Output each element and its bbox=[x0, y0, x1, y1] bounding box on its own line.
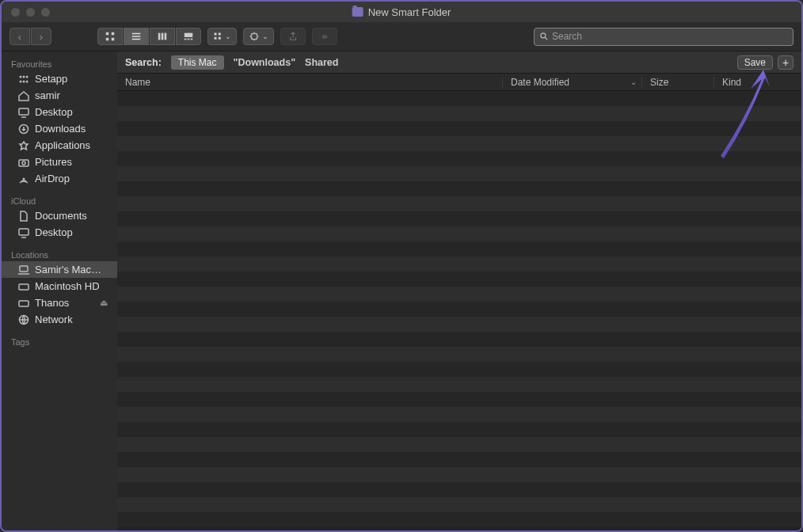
table-row bbox=[117, 377, 801, 392]
content-area: Search: This Mac "Downloads" Shared Save… bbox=[117, 51, 801, 530]
back-button[interactable]: ‹ bbox=[10, 28, 30, 45]
scope-downloads[interactable]: "Downloads" bbox=[234, 57, 296, 68]
share-button[interactable] bbox=[280, 28, 306, 45]
sidebar-item-label: samir bbox=[35, 89, 60, 101]
table-row bbox=[117, 151, 801, 166]
sidebar-item-label: Thanos bbox=[35, 297, 69, 309]
table-row bbox=[117, 437, 801, 452]
close-window-button[interactable] bbox=[11, 8, 20, 17]
search-field[interactable] bbox=[534, 28, 793, 46]
column-kind[interactable]: Kind bbox=[714, 77, 801, 88]
svg-rect-10 bbox=[185, 33, 193, 37]
table-row bbox=[117, 362, 801, 377]
sidebar-item-this-mac[interactable]: Samir's Mac… bbox=[2, 261, 117, 278]
chevron-down-icon: ⌄ bbox=[262, 32, 268, 40]
list-view-button[interactable] bbox=[124, 28, 149, 45]
svg-point-27 bbox=[26, 80, 29, 82]
column-date-label: Date Modified bbox=[511, 77, 569, 88]
svg-rect-15 bbox=[219, 33, 221, 36]
sidebar-item-icloud-desktop[interactable]: Desktop bbox=[2, 224, 117, 241]
svg-rect-16 bbox=[215, 37, 217, 40]
gallery-view-button[interactable] bbox=[176, 28, 201, 45]
zoom-window-button[interactable] bbox=[41, 8, 50, 17]
sidebar-section-favourites: Favourites bbox=[2, 56, 117, 70]
table-row bbox=[117, 136, 801, 151]
table-row bbox=[117, 332, 801, 347]
svg-rect-28 bbox=[19, 108, 29, 115]
scope-this-mac[interactable]: This Mac bbox=[171, 55, 224, 70]
sidebar-item-documents[interactable]: Documents bbox=[2, 207, 117, 224]
table-row bbox=[117, 121, 801, 136]
sidebar-item-label: AirDrop bbox=[35, 173, 70, 184]
svg-line-21 bbox=[546, 38, 548, 40]
apps-icon bbox=[17, 140, 30, 151]
search-icon bbox=[539, 32, 549, 41]
disk-icon bbox=[17, 281, 30, 292]
svg-rect-1 bbox=[112, 32, 115, 36]
sidebar-section-locations: Locations bbox=[2, 247, 117, 261]
sidebar-item-airdrop[interactable]: AirDrop bbox=[2, 170, 117, 187]
camera-icon bbox=[17, 157, 30, 168]
table-row bbox=[117, 211, 801, 226]
sidebar-item-applications[interactable]: Applications bbox=[2, 137, 117, 154]
arrange-button[interactable]: ⌄ bbox=[207, 28, 237, 45]
scope-shared[interactable]: Shared bbox=[305, 57, 338, 68]
forward-button[interactable]: › bbox=[31, 28, 51, 45]
table-row bbox=[117, 181, 801, 196]
icon-view-button[interactable] bbox=[97, 28, 123, 45]
tag-button[interactable] bbox=[312, 28, 337, 45]
column-size[interactable]: Size bbox=[642, 77, 714, 88]
svg-rect-34 bbox=[19, 229, 29, 235]
svg-rect-11 bbox=[185, 39, 187, 40]
eject-icon[interactable]: ⏏ bbox=[100, 298, 108, 308]
add-criteria-button[interactable]: + bbox=[778, 55, 793, 70]
sidebar-section-tags: Tags bbox=[2, 334, 117, 348]
svg-rect-3 bbox=[112, 38, 115, 41]
action-button[interactable]: ⌄ bbox=[243, 28, 274, 45]
table-row bbox=[117, 497, 801, 512]
minimize-window-button[interactable] bbox=[26, 8, 35, 17]
svg-rect-39 bbox=[19, 301, 29, 306]
sidebar-item-home[interactable]: samir bbox=[2, 87, 117, 104]
sidebar-item-pictures[interactable]: Pictures bbox=[2, 154, 117, 170]
sidebar-item-desktop[interactable]: Desktop bbox=[2, 104, 117, 120]
table-row bbox=[117, 256, 801, 272]
sidebar-item-downloads[interactable]: Downloads bbox=[2, 120, 117, 137]
save-button[interactable]: Save bbox=[737, 55, 773, 70]
svg-rect-17 bbox=[219, 37, 221, 40]
svg-rect-31 bbox=[19, 160, 29, 166]
table-row bbox=[117, 467, 801, 482]
sidebar-item-setapp[interactable]: Setapp bbox=[2, 70, 117, 87]
laptop-icon bbox=[17, 264, 30, 276]
window-title: New Smart Folder bbox=[352, 6, 451, 18]
column-view-button[interactable] bbox=[150, 28, 175, 45]
sidebar-item-label: Pictures bbox=[35, 156, 72, 168]
window-title-text: New Smart Folder bbox=[368, 6, 451, 18]
table-row bbox=[117, 241, 801, 256]
column-date-modified[interactable]: Date Modified ⌄ bbox=[503, 77, 641, 88]
search-scope-bar: Search: This Mac "Downloads" Shared Save… bbox=[117, 51, 801, 74]
download-icon bbox=[17, 124, 30, 135]
sidebar-section-icloud: iCloud bbox=[2, 193, 117, 207]
file-list[interactable] bbox=[117, 91, 801, 530]
svg-point-23 bbox=[23, 75, 25, 78]
table-row bbox=[117, 392, 801, 407]
sidebar-item-thanos[interactable]: Thanos ⏏ bbox=[2, 294, 117, 311]
column-name[interactable]: Name bbox=[117, 77, 502, 88]
sidebar-item-macintosh-hd[interactable]: Macintosh HD bbox=[2, 278, 117, 294]
table-row bbox=[117, 302, 801, 317]
table-row bbox=[117, 166, 801, 181]
table-row bbox=[117, 106, 801, 121]
chevron-down-icon: ⌄ bbox=[630, 78, 637, 86]
sidebar-item-network[interactable]: Network bbox=[2, 311, 117, 328]
window-controls bbox=[11, 8, 50, 17]
smart-folder-icon bbox=[352, 7, 363, 17]
sidebar-item-label: Documents bbox=[35, 210, 87, 222]
doc-icon bbox=[17, 211, 30, 222]
search-input[interactable] bbox=[552, 31, 788, 42]
table-row bbox=[117, 287, 801, 302]
table-row bbox=[117, 226, 801, 241]
table-row bbox=[117, 422, 801, 437]
sidebar-item-label: Setapp bbox=[35, 73, 67, 85]
disk-icon bbox=[17, 298, 30, 309]
